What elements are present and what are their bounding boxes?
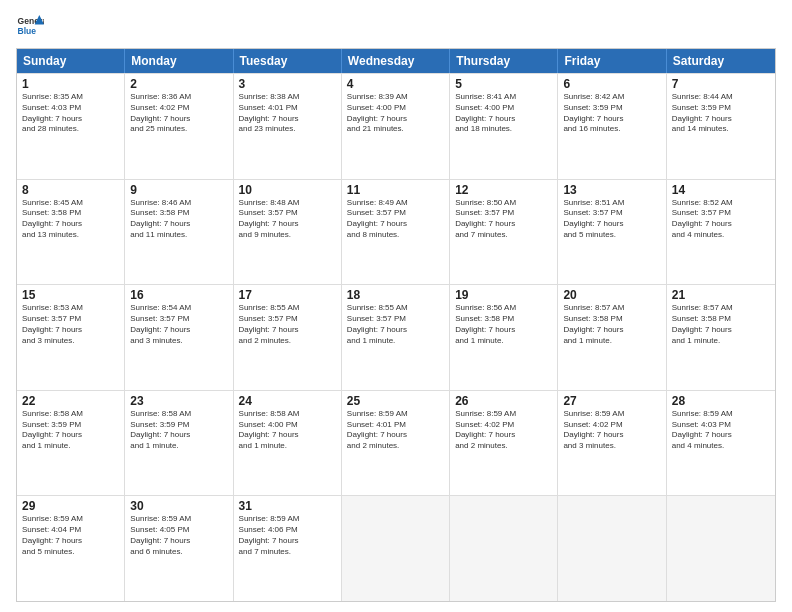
cell-info: Sunrise: 8:42 AMSunset: 3:59 PMDaylight:… (563, 92, 660, 135)
day-number: 18 (347, 288, 444, 302)
day-cell-17: 17Sunrise: 8:55 AMSunset: 3:57 PMDayligh… (234, 285, 342, 390)
header-day-tuesday: Tuesday (234, 49, 342, 73)
cell-info: Sunrise: 8:58 AMSunset: 4:00 PMDaylight:… (239, 409, 336, 452)
day-cell-5: 5Sunrise: 8:41 AMSunset: 4:00 PMDaylight… (450, 74, 558, 179)
logo: General Blue (16, 12, 46, 40)
day-cell-18: 18Sunrise: 8:55 AMSunset: 3:57 PMDayligh… (342, 285, 450, 390)
day-cell-28: 28Sunrise: 8:59 AMSunset: 4:03 PMDayligh… (667, 391, 775, 496)
cell-info: Sunrise: 8:39 AMSunset: 4:00 PMDaylight:… (347, 92, 444, 135)
day-number: 17 (239, 288, 336, 302)
week-row-4: 22Sunrise: 8:58 AMSunset: 3:59 PMDayligh… (17, 390, 775, 496)
cell-info: Sunrise: 8:55 AMSunset: 3:57 PMDaylight:… (347, 303, 444, 346)
cell-info: Sunrise: 8:57 AMSunset: 3:58 PMDaylight:… (672, 303, 770, 346)
calendar-header: SundayMondayTuesdayWednesdayThursdayFrid… (17, 49, 775, 73)
cell-info: Sunrise: 8:55 AMSunset: 3:57 PMDaylight:… (239, 303, 336, 346)
day-cell-16: 16Sunrise: 8:54 AMSunset: 3:57 PMDayligh… (125, 285, 233, 390)
cell-info: Sunrise: 8:41 AMSunset: 4:00 PMDaylight:… (455, 92, 552, 135)
header-day-wednesday: Wednesday (342, 49, 450, 73)
day-number: 24 (239, 394, 336, 408)
day-cell-27: 27Sunrise: 8:59 AMSunset: 4:02 PMDayligh… (558, 391, 666, 496)
calendar: SundayMondayTuesdayWednesdayThursdayFrid… (16, 48, 776, 602)
day-number: 13 (563, 183, 660, 197)
week-row-3: 15Sunrise: 8:53 AMSunset: 3:57 PMDayligh… (17, 284, 775, 390)
day-cell-12: 12Sunrise: 8:50 AMSunset: 3:57 PMDayligh… (450, 180, 558, 285)
calendar-body: 1Sunrise: 8:35 AMSunset: 4:03 PMDaylight… (17, 73, 775, 601)
day-cell-25: 25Sunrise: 8:59 AMSunset: 4:01 PMDayligh… (342, 391, 450, 496)
week-row-5: 29Sunrise: 8:59 AMSunset: 4:04 PMDayligh… (17, 495, 775, 601)
header-day-saturday: Saturday (667, 49, 775, 73)
day-cell-20: 20Sunrise: 8:57 AMSunset: 3:58 PMDayligh… (558, 285, 666, 390)
day-cell-4: 4Sunrise: 8:39 AMSunset: 4:00 PMDaylight… (342, 74, 450, 179)
day-number: 22 (22, 394, 119, 408)
day-number: 8 (22, 183, 119, 197)
cell-info: Sunrise: 8:59 AMSunset: 4:05 PMDaylight:… (130, 514, 227, 557)
day-cell-22: 22Sunrise: 8:58 AMSunset: 3:59 PMDayligh… (17, 391, 125, 496)
day-number: 29 (22, 499, 119, 513)
day-cell-21: 21Sunrise: 8:57 AMSunset: 3:58 PMDayligh… (667, 285, 775, 390)
day-cell-2: 2Sunrise: 8:36 AMSunset: 4:02 PMDaylight… (125, 74, 233, 179)
day-cell-29: 29Sunrise: 8:59 AMSunset: 4:04 PMDayligh… (17, 496, 125, 601)
day-number: 30 (130, 499, 227, 513)
cell-info: Sunrise: 8:46 AMSunset: 3:58 PMDaylight:… (130, 198, 227, 241)
day-cell-8: 8Sunrise: 8:45 AMSunset: 3:58 PMDaylight… (17, 180, 125, 285)
day-cell-23: 23Sunrise: 8:58 AMSunset: 3:59 PMDayligh… (125, 391, 233, 496)
day-number: 6 (563, 77, 660, 91)
cell-info: Sunrise: 8:49 AMSunset: 3:57 PMDaylight:… (347, 198, 444, 241)
cell-info: Sunrise: 8:50 AMSunset: 3:57 PMDaylight:… (455, 198, 552, 241)
day-number: 25 (347, 394, 444, 408)
day-cell-26: 26Sunrise: 8:59 AMSunset: 4:02 PMDayligh… (450, 391, 558, 496)
cell-info: Sunrise: 8:45 AMSunset: 3:58 PMDaylight:… (22, 198, 119, 241)
cell-info: Sunrise: 8:58 AMSunset: 3:59 PMDaylight:… (22, 409, 119, 452)
day-cell-1: 1Sunrise: 8:35 AMSunset: 4:03 PMDaylight… (17, 74, 125, 179)
day-number: 14 (672, 183, 770, 197)
day-number: 31 (239, 499, 336, 513)
cell-info: Sunrise: 8:52 AMSunset: 3:57 PMDaylight:… (672, 198, 770, 241)
empty-cell (558, 496, 666, 601)
cell-info: Sunrise: 8:59 AMSunset: 4:02 PMDaylight:… (455, 409, 552, 452)
empty-cell (450, 496, 558, 601)
day-cell-14: 14Sunrise: 8:52 AMSunset: 3:57 PMDayligh… (667, 180, 775, 285)
day-number: 27 (563, 394, 660, 408)
day-number: 15 (22, 288, 119, 302)
logo-icon: General Blue (16, 12, 44, 40)
day-number: 11 (347, 183, 444, 197)
header-day-sunday: Sunday (17, 49, 125, 73)
day-number: 19 (455, 288, 552, 302)
day-cell-30: 30Sunrise: 8:59 AMSunset: 4:05 PMDayligh… (125, 496, 233, 601)
cell-info: Sunrise: 8:36 AMSunset: 4:02 PMDaylight:… (130, 92, 227, 135)
day-cell-19: 19Sunrise: 8:56 AMSunset: 3:58 PMDayligh… (450, 285, 558, 390)
day-number: 23 (130, 394, 227, 408)
cell-info: Sunrise: 8:59 AMSunset: 4:04 PMDaylight:… (22, 514, 119, 557)
day-cell-31: 31Sunrise: 8:59 AMSunset: 4:06 PMDayligh… (234, 496, 342, 601)
cell-info: Sunrise: 8:48 AMSunset: 3:57 PMDaylight:… (239, 198, 336, 241)
empty-cell (342, 496, 450, 601)
header-day-thursday: Thursday (450, 49, 558, 73)
day-number: 1 (22, 77, 119, 91)
week-row-2: 8Sunrise: 8:45 AMSunset: 3:58 PMDaylight… (17, 179, 775, 285)
day-cell-9: 9Sunrise: 8:46 AMSunset: 3:58 PMDaylight… (125, 180, 233, 285)
day-number: 16 (130, 288, 227, 302)
cell-info: Sunrise: 8:54 AMSunset: 3:57 PMDaylight:… (130, 303, 227, 346)
cell-info: Sunrise: 8:59 AMSunset: 4:02 PMDaylight:… (563, 409, 660, 452)
cell-info: Sunrise: 8:44 AMSunset: 3:59 PMDaylight:… (672, 92, 770, 135)
day-number: 12 (455, 183, 552, 197)
cell-info: Sunrise: 8:58 AMSunset: 3:59 PMDaylight:… (130, 409, 227, 452)
day-cell-10: 10Sunrise: 8:48 AMSunset: 3:57 PMDayligh… (234, 180, 342, 285)
day-number: 26 (455, 394, 552, 408)
header-day-friday: Friday (558, 49, 666, 73)
week-row-1: 1Sunrise: 8:35 AMSunset: 4:03 PMDaylight… (17, 73, 775, 179)
day-number: 3 (239, 77, 336, 91)
day-cell-24: 24Sunrise: 8:58 AMSunset: 4:00 PMDayligh… (234, 391, 342, 496)
day-number: 5 (455, 77, 552, 91)
day-number: 9 (130, 183, 227, 197)
header-day-monday: Monday (125, 49, 233, 73)
day-cell-13: 13Sunrise: 8:51 AMSunset: 3:57 PMDayligh… (558, 180, 666, 285)
day-number: 21 (672, 288, 770, 302)
cell-info: Sunrise: 8:56 AMSunset: 3:58 PMDaylight:… (455, 303, 552, 346)
day-number: 20 (563, 288, 660, 302)
page: General Blue SundayMondayTuesdayWednesda… (0, 0, 792, 612)
svg-text:Blue: Blue (18, 26, 37, 36)
day-cell-6: 6Sunrise: 8:42 AMSunset: 3:59 PMDaylight… (558, 74, 666, 179)
cell-info: Sunrise: 8:53 AMSunset: 3:57 PMDaylight:… (22, 303, 119, 346)
cell-info: Sunrise: 8:51 AMSunset: 3:57 PMDaylight:… (563, 198, 660, 241)
